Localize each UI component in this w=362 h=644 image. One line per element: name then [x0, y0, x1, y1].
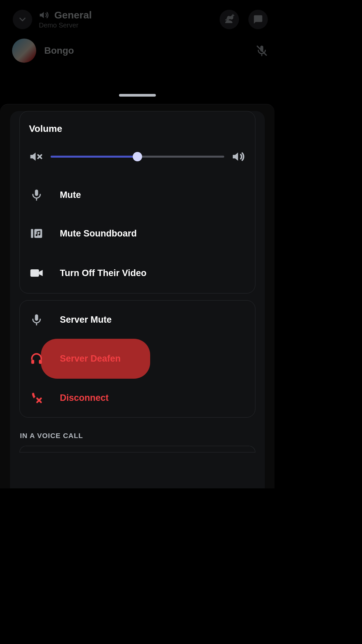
mute-label: Mute [60, 190, 81, 200]
volume-slider[interactable] [51, 156, 224, 158]
video-icon [29, 266, 44, 280]
volume-slider-fill [51, 156, 137, 158]
volume-mute-icon [29, 150, 43, 164]
audio-controls-card: Volume Mute [19, 111, 255, 293]
server-mute-label: Server Mute [60, 315, 112, 325]
drag-handle[interactable] [119, 94, 156, 97]
svg-point-0 [227, 16, 231, 19]
add-friend-button[interactable] [220, 10, 239, 29]
disconnect-label: Disconnect [60, 393, 109, 403]
svg-point-10 [36, 234, 37, 236]
speaker-icon [39, 10, 50, 20]
volume-high-icon [232, 150, 246, 164]
svg-point-11 [38, 234, 40, 235]
svg-rect-15 [39, 360, 42, 364]
mic-icon [30, 189, 43, 201]
svg-rect-14 [31, 360, 34, 364]
participant-row[interactable]: Bongo [0, 33, 275, 63]
avatar [12, 39, 36, 63]
server-name: Demo Server [39, 21, 210, 29]
chat-icon [253, 14, 263, 24]
messages-button[interactable] [248, 10, 268, 29]
participant-name: Bongo [44, 45, 248, 56]
voice-call-card [19, 446, 255, 452]
disconnect-button[interactable]: Disconnect [20, 378, 255, 417]
server-controls-card: Server Mute Server Deafen Disco [19, 300, 255, 418]
collapse-button[interactable] [13, 10, 32, 29]
mute-soundboard-label: Mute Soundboard [60, 228, 137, 239]
svg-rect-8 [31, 229, 33, 238]
plus-icon [231, 13, 235, 18]
turn-off-video-button[interactable]: Turn Off Their Video [20, 253, 255, 293]
server-deafen-button[interactable]: Server Deafen [20, 339, 255, 378]
server-deafen-label: Server Deafen [60, 354, 121, 364]
mute-soundboard-button[interactable]: Mute Soundboard [20, 214, 255, 253]
turn-off-video-label: Turn Off Their Video [60, 268, 147, 278]
soundboard-icon [30, 227, 43, 240]
voice-call-heading: IN A VOICE CALL [20, 432, 255, 440]
volume-slider-thumb[interactable] [133, 152, 142, 161]
volume-label: Volume [29, 123, 246, 134]
channel-header: General Demo Server [0, 0, 275, 33]
server-mute-button[interactable]: Server Mute [20, 301, 255, 339]
phone-hangup-icon [30, 391, 43, 405]
mic-off-icon [256, 45, 268, 57]
channel-name: General [54, 9, 92, 21]
mute-button[interactable]: Mute [20, 176, 255, 214]
mic-icon [30, 313, 43, 326]
chevron-down-icon [17, 14, 27, 24]
svg-rect-12 [30, 269, 39, 277]
svg-rect-9 [34, 229, 42, 238]
headphones-icon [29, 352, 44, 366]
